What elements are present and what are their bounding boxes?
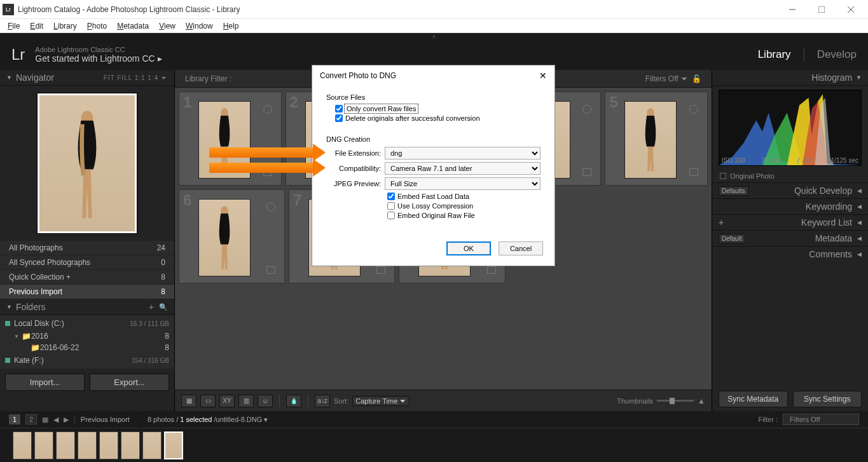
jpeg-select[interactable]: Full Size xyxy=(385,177,541,190)
menu-window[interactable]: Window xyxy=(181,20,218,32)
disk-row[interactable]: Kate (F:)154 / 316 GB xyxy=(5,353,169,367)
embed-orig-checkbox[interactable] xyxy=(387,212,395,219)
export-button[interactable]: Export... xyxy=(90,374,169,391)
menu-view[interactable]: View xyxy=(154,20,181,32)
embed-fast-checkbox-row[interactable]: Embed Fast Load Data xyxy=(387,193,541,200)
add-folder-button[interactable]: + xyxy=(149,302,154,312)
histo-focal: 70 mm xyxy=(761,157,781,164)
grid-cell[interactable]: 6 xyxy=(179,189,285,283)
import-button[interactable]: Import... xyxy=(5,374,85,391)
menu-help[interactable]: Help xyxy=(218,20,244,32)
badge-icon[interactable] xyxy=(266,266,275,274)
filmstrip-thumb[interactable] xyxy=(13,431,32,459)
search-icon[interactable]: 🔍 xyxy=(159,303,168,311)
catalog-row[interactable]: All Photographs24 xyxy=(0,241,174,255)
screen-1-button[interactable]: 1 xyxy=(9,414,20,425)
module-develop[interactable]: Develop xyxy=(817,48,857,61)
keywording-bar[interactable]: Keywording◀ xyxy=(712,198,868,214)
sync-settings-button[interactable]: Sync Settings xyxy=(793,391,862,407)
delete-originals-checkbox-row[interactable]: Delete originals after successful conver… xyxy=(335,114,541,122)
filmstrip-thumb[interactable] xyxy=(121,431,140,459)
badge-icon[interactable] xyxy=(376,266,385,274)
metadata-preset[interactable]: Default xyxy=(719,234,745,243)
menu-metadata[interactable]: Metadata xyxy=(112,20,154,32)
module-library[interactable]: Library xyxy=(758,48,791,61)
keyword-list-bar[interactable]: +Keyword List◀ xyxy=(712,214,868,230)
menubar: File Edit Library Photo Metadata View Wi… xyxy=(0,19,868,33)
filter-select[interactable]: Filters Off xyxy=(783,414,859,425)
sync-metadata-button[interactable]: Sync Metadata xyxy=(719,391,788,407)
filmstrip-path[interactable]: Previous Import xyxy=(81,416,130,423)
grid-layout-icon[interactable]: ▦ xyxy=(42,416,48,424)
grid-cell[interactable]: 5 xyxy=(605,92,708,186)
navigator-header[interactable]: ▼ Navigator FIT FILL 1:1 1:4 ⏷ xyxy=(0,70,174,86)
minimize-button[interactable] xyxy=(778,0,807,19)
embed-orig-checkbox-row[interactable]: Embed Original Raw File xyxy=(387,212,541,219)
badge-icon[interactable] xyxy=(582,168,591,176)
loupe-view-button[interactable]: ▭ xyxy=(200,395,216,407)
close-button[interactable] xyxy=(836,0,865,19)
badge-icon[interactable] xyxy=(689,168,698,176)
histogram-header[interactable]: Histogram ▼ xyxy=(712,70,868,86)
flag-icon[interactable] xyxy=(263,105,272,114)
filmstrip-thumb[interactable] xyxy=(56,431,75,459)
filmstrip-thumb[interactable] xyxy=(78,431,97,459)
folder-row[interactable]: ▼📁 20168 xyxy=(5,330,169,342)
navigator-image[interactable] xyxy=(38,93,137,233)
metadata-bar[interactable]: Default Metadata◀ xyxy=(712,230,868,246)
cancel-button[interactable]: Cancel xyxy=(499,241,543,255)
menu-file[interactable]: File xyxy=(3,20,25,32)
get-started-link[interactable]: Get started with Lightroom CC ▸ xyxy=(35,53,162,64)
thumbnail-size-slider[interactable] xyxy=(657,400,694,402)
lossy-checkbox-row[interactable]: Use Lossy Compression xyxy=(387,202,541,210)
maximize-button[interactable] xyxy=(807,0,836,19)
nav-back-icon[interactable]: ◀ xyxy=(53,416,59,424)
nav-forward-icon[interactable]: ▶ xyxy=(64,416,69,424)
catalog-row[interactable]: All Synced Photographs0 xyxy=(0,255,174,270)
filmstrip-thumb[interactable] xyxy=(34,431,53,459)
lossy-checkbox[interactable] xyxy=(387,202,395,210)
flag-icon[interactable] xyxy=(266,203,275,212)
filmstrip-thumb-selected[interactable] xyxy=(164,431,183,459)
add-keyword-button[interactable]: + xyxy=(719,217,724,228)
collapse-arrow-top[interactable]: ▲ xyxy=(0,33,868,39)
catalog-row[interactable]: Quick Collection +8 xyxy=(0,270,174,285)
flag-icon[interactable] xyxy=(582,105,591,114)
sort-select[interactable]: Capture Time ⏷ xyxy=(352,396,410,406)
spray-can-button[interactable]: 🧴 xyxy=(286,395,301,407)
screen-2-button[interactable]: 2 xyxy=(25,414,37,425)
only-raw-checkbox-row[interactable]: Only convert Raw files xyxy=(335,105,541,112)
flag-icon[interactable] xyxy=(689,105,698,114)
only-raw-checkbox[interactable] xyxy=(335,105,343,112)
original-photo-checkbox[interactable]: Original Photo xyxy=(712,170,868,182)
badge-icon[interactable] xyxy=(487,266,496,274)
filmstrip-thumb[interactable] xyxy=(142,431,162,459)
people-view-button[interactable]: ☺ xyxy=(258,395,273,407)
compare-view-button[interactable]: XY xyxy=(219,395,235,407)
folder-row-sub[interactable]: 📁 2016-06-228 xyxy=(5,342,169,353)
grid-view-button[interactable]: ▦ xyxy=(181,395,196,407)
menu-library[interactable]: Library xyxy=(48,20,82,32)
menu-photo[interactable]: Photo xyxy=(82,20,112,32)
filmstrip-thumb[interactable] xyxy=(99,431,118,459)
survey-view-button[interactable]: ▥ xyxy=(238,395,254,407)
ok-button[interactable]: OK xyxy=(446,241,491,255)
navigator-options[interactable]: FIT FILL 1:1 1:4 ⏷ xyxy=(104,74,168,81)
delete-originals-checkbox[interactable] xyxy=(335,114,343,122)
embed-fast-checkbox[interactable] xyxy=(387,193,395,200)
catalog-list: All Photographs24 All Synced Photographs… xyxy=(0,241,174,299)
toolbar-more-icon[interactable]: ▲ xyxy=(698,397,705,405)
comments-bar[interactable]: Comments◀ xyxy=(712,246,868,262)
compat-select[interactable]: Camera Raw 7.1 and later xyxy=(385,162,541,175)
disk-row[interactable]: Local Disk (C:)16.3 / 111 GB xyxy=(5,316,169,330)
menu-edit[interactable]: Edit xyxy=(25,20,48,32)
filters-off-toggle[interactable]: Filters Off ⏷ 🔓 xyxy=(645,74,701,83)
jpeg-label: JPEG Preview: xyxy=(326,180,381,187)
quick-develop-bar[interactable]: Defaults Quick Develop◀ xyxy=(712,182,868,198)
file-ext-select[interactable]: dng xyxy=(385,147,541,160)
quick-develop-preset[interactable]: Defaults xyxy=(719,186,748,196)
folders-header[interactable]: ▼ Folders + 🔍 xyxy=(0,299,174,315)
dialog-close-button[interactable]: ✕ xyxy=(539,71,547,81)
catalog-row-active[interactable]: Previous Import8 xyxy=(0,285,174,299)
sort-direction-button[interactable]: a↓z xyxy=(315,395,330,407)
